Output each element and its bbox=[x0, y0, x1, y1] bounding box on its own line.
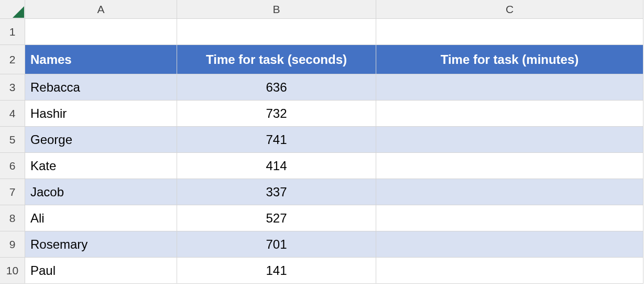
cell-b3[interactable]: 636 bbox=[177, 74, 376, 101]
column-header-a[interactable]: A bbox=[25, 0, 177, 19]
row-header-9[interactable]: 9 bbox=[0, 231, 25, 258]
cell-b5[interactable]: 741 bbox=[177, 127, 376, 153]
spreadsheet-grid: A B C 1 2 Names Time for task (seconds) … bbox=[0, 0, 644, 284]
row-header-2[interactable]: 2 bbox=[0, 45, 25, 74]
row-header-6[interactable]: 6 bbox=[0, 153, 25, 179]
cell-b8[interactable]: 527 bbox=[177, 205, 376, 231]
cell-a6[interactable]: Kate bbox=[25, 153, 177, 179]
select-all-corner[interactable] bbox=[0, 0, 25, 19]
column-header-c[interactable]: C bbox=[376, 0, 643, 19]
cell-c9[interactable] bbox=[376, 231, 643, 258]
row-header-3[interactable]: 3 bbox=[0, 74, 25, 101]
row-header-7[interactable]: 7 bbox=[0, 179, 25, 205]
cell-c7[interactable] bbox=[376, 179, 643, 205]
row-header-1[interactable]: 1 bbox=[0, 19, 25, 45]
cell-a1[interactable] bbox=[25, 19, 177, 45]
cell-a8[interactable]: Ali bbox=[25, 205, 177, 231]
table-header-minutes[interactable]: Time for task (minutes) bbox=[376, 45, 643, 74]
cell-a10[interactable]: Paul bbox=[25, 258, 177, 284]
cell-b7[interactable]: 337 bbox=[177, 179, 376, 205]
cell-a3[interactable]: Rebacca bbox=[25, 74, 177, 101]
row-header-10[interactable]: 10 bbox=[0, 258, 25, 284]
cell-b10[interactable]: 141 bbox=[177, 258, 376, 284]
cell-a7[interactable]: Jacob bbox=[25, 179, 177, 205]
cell-c3[interactable] bbox=[376, 74, 643, 101]
table-header-seconds[interactable]: Time for task (seconds) bbox=[177, 45, 376, 74]
cell-a5[interactable]: George bbox=[25, 127, 177, 153]
cell-c5[interactable] bbox=[376, 127, 643, 153]
cell-b9[interactable]: 701 bbox=[177, 231, 376, 258]
row-header-8[interactable]: 8 bbox=[0, 205, 25, 231]
cell-c10[interactable] bbox=[376, 258, 643, 284]
row-header-5[interactable]: 5 bbox=[0, 127, 25, 153]
cell-b6[interactable]: 414 bbox=[177, 153, 376, 179]
table-header-names[interactable]: Names bbox=[25, 45, 177, 74]
cell-c8[interactable] bbox=[376, 205, 643, 231]
column-header-b[interactable]: B bbox=[177, 0, 376, 19]
cell-a9[interactable]: Rosemary bbox=[25, 231, 177, 258]
cell-b1[interactable] bbox=[177, 19, 376, 45]
cell-b4[interactable]: 732 bbox=[177, 101, 376, 127]
cell-a4[interactable]: Hashir bbox=[25, 101, 177, 127]
cell-c1[interactable] bbox=[376, 19, 643, 45]
cell-c4[interactable] bbox=[376, 101, 643, 127]
cell-c6[interactable] bbox=[376, 153, 643, 179]
row-header-4[interactable]: 4 bbox=[0, 101, 25, 127]
